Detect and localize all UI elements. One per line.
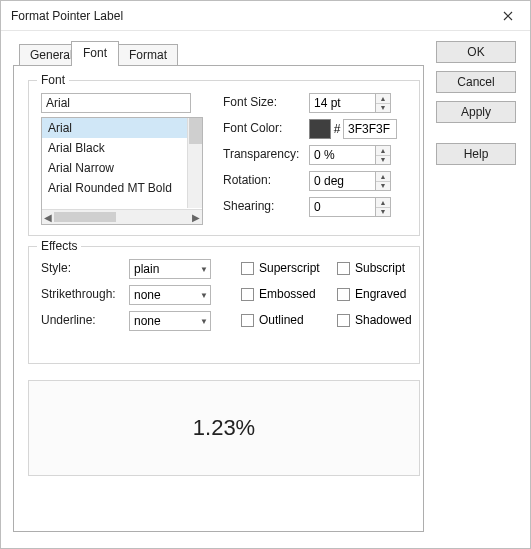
font-name-input[interactable]	[41, 93, 191, 113]
font-size-value[interactable]: 14 pt	[309, 93, 375, 113]
apply-button[interactable]: Apply	[436, 101, 516, 123]
spin-down-icon[interactable]: ▼	[376, 208, 390, 217]
style-combo[interactable]: plain▼	[129, 259, 211, 279]
engraved-checkbox[interactable]: Engraved	[337, 287, 406, 301]
font-color-label: Font Color:	[223, 121, 282, 135]
preview-text: 1.23%	[193, 415, 255, 441]
rotation-label: Rotation:	[223, 173, 271, 187]
spin-buttons[interactable]: ▲▼	[375, 145, 391, 165]
window-title: Format Pointer Label	[11, 9, 123, 23]
checkbox-label: Embossed	[259, 287, 316, 301]
scroll-thumb[interactable]	[189, 118, 202, 144]
spin-down-icon[interactable]: ▼	[376, 156, 390, 165]
underline-label: Underline:	[41, 313, 96, 327]
superscript-checkbox[interactable]: Superscript	[241, 261, 320, 275]
hash-label: #	[331, 122, 343, 136]
font-list[interactable]: Arial Arial Black Arial Narrow Arial Rou…	[41, 117, 203, 225]
dialog-window: Format Pointer Label General Font Format…	[0, 0, 531, 549]
font-list-item[interactable]: Arial	[42, 118, 202, 138]
horizontal-scrollbar[interactable]: ◀ ▶	[42, 209, 202, 224]
font-list-item[interactable]: Arial Narrow	[42, 158, 202, 178]
ok-button[interactable]: OK	[436, 41, 516, 63]
effects-group: Effects Style: plain▼ Strikethrough: non…	[28, 246, 420, 364]
scroll-track[interactable]	[54, 212, 190, 222]
cancel-button[interactable]: Cancel	[436, 71, 516, 93]
chevron-down-icon: ▼	[200, 265, 208, 274]
checkbox-icon	[337, 288, 350, 301]
checkbox-label: Outlined	[259, 313, 304, 327]
subscript-checkbox[interactable]: Subscript	[337, 261, 405, 275]
checkbox-label: Shadowed	[355, 313, 412, 327]
rotation-value[interactable]: 0 deg	[309, 171, 375, 191]
scroll-right-icon[interactable]: ▶	[192, 212, 200, 223]
style-value: plain	[134, 262, 159, 276]
font-size-label: Font Size:	[223, 95, 277, 109]
left-column: General Font Format Font Arial Arial Bla…	[13, 41, 424, 536]
spin-down-icon[interactable]: ▼	[376, 182, 390, 191]
underline-value: none	[134, 314, 161, 328]
shearing-value[interactable]: 0	[309, 197, 375, 217]
scroll-thumb[interactable]	[54, 212, 116, 222]
font-group: Font Arial Arial Black Arial Narrow Aria…	[28, 80, 420, 236]
strike-label: Strikethrough:	[41, 287, 116, 301]
tab-panel: Font Arial Arial Black Arial Narrow Aria…	[13, 65, 424, 532]
spin-buttons[interactable]: ▲▼	[375, 171, 391, 191]
color-hex-input[interactable]	[343, 119, 397, 139]
close-button[interactable]	[486, 2, 530, 30]
help-button[interactable]: Help	[436, 143, 516, 165]
strike-value: none	[134, 288, 161, 302]
chevron-down-icon: ▼	[200, 291, 208, 300]
right-column: OK Cancel Apply Help	[436, 41, 518, 536]
tab-format[interactable]: Format	[118, 44, 178, 65]
rotation-stepper[interactable]: 0 deg ▲▼	[309, 171, 391, 191]
spin-up-icon[interactable]: ▲	[376, 94, 390, 104]
transparency-value[interactable]: 0 %	[309, 145, 375, 165]
tab-strip: General Font Format	[13, 41, 424, 65]
checkbox-label: Superscript	[259, 261, 320, 275]
checkbox-icon	[337, 314, 350, 327]
font-size-stepper[interactable]: 14 pt ▲▼	[309, 93, 391, 113]
font-list-item[interactable]: Arial Black	[42, 138, 202, 158]
checkbox-label: Subscript	[355, 261, 405, 275]
shearing-label: Shearing:	[223, 199, 274, 213]
style-label: Style:	[41, 261, 71, 275]
spin-up-icon[interactable]: ▲	[376, 198, 390, 208]
underline-combo[interactable]: none▼	[129, 311, 211, 331]
spin-buttons[interactable]: ▲▼	[375, 93, 391, 113]
dialog-body: General Font Format Font Arial Arial Bla…	[1, 31, 530, 548]
effects-group-legend: Effects	[37, 239, 81, 253]
font-list-item[interactable]: Arial Rounded MT Bold	[42, 178, 202, 194]
transparency-label: Transparency:	[223, 147, 299, 161]
font-color-row: #	[309, 119, 397, 139]
shadowed-checkbox[interactable]: Shadowed	[337, 313, 412, 327]
strike-combo[interactable]: none▼	[129, 285, 211, 305]
transparency-stepper[interactable]: 0 % ▲▼	[309, 145, 391, 165]
shearing-stepper[interactable]: 0 ▲▼	[309, 197, 391, 217]
chevron-down-icon: ▼	[200, 317, 208, 326]
color-swatch[interactable]	[309, 119, 331, 139]
preview-panel: 1.23%	[28, 380, 420, 476]
font-group-legend: Font	[37, 73, 69, 87]
checkbox-icon	[241, 262, 254, 275]
spin-up-icon[interactable]: ▲	[376, 172, 390, 182]
tab-font[interactable]: Font	[71, 41, 119, 65]
titlebar: Format Pointer Label	[1, 1, 530, 31]
spin-down-icon[interactable]: ▼	[376, 104, 390, 113]
spin-up-icon[interactable]: ▲	[376, 146, 390, 156]
checkbox-icon	[241, 288, 254, 301]
checkbox-icon	[241, 314, 254, 327]
close-icon	[503, 11, 513, 21]
outlined-checkbox[interactable]: Outlined	[241, 313, 304, 327]
checkbox-label: Engraved	[355, 287, 406, 301]
embossed-checkbox[interactable]: Embossed	[241, 287, 316, 301]
scroll-left-icon[interactable]: ◀	[44, 212, 52, 223]
vertical-scrollbar[interactable]	[187, 118, 202, 208]
spin-buttons[interactable]: ▲▼	[375, 197, 391, 217]
checkbox-icon	[337, 262, 350, 275]
